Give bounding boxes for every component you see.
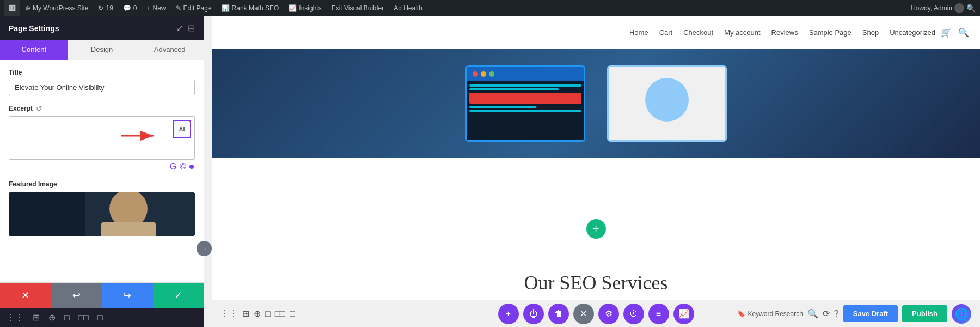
save-draft-button[interactable]: Save Draft: [843, 305, 898, 322]
admin-bar-updates[interactable]: ↻ 19: [94, 0, 117, 16]
columns-icon[interactable]: ⊟: [188, 23, 195, 33]
seo-heading: Our SEO Services: [524, 271, 668, 294]
nav-sample-page[interactable]: Sample Page: [809, 28, 852, 37]
excerpt-tools: G ©: [9, 160, 195, 172]
site-name-icon: ⊕: [25, 4, 30, 12]
admin-bar-site-name[interactable]: ⊕ My WordPress Site: [21, 0, 93, 16]
title-input[interactable]: [9, 80, 195, 95]
excerpt-field-section: Excerpt ↺ AI: [9, 104, 195, 172]
refresh-icon[interactable]: ⟳: [823, 308, 830, 319]
grid-view-icon[interactable]: ⊞: [242, 308, 249, 319]
hero-screen-left: [465, 65, 585, 142]
ai-button[interactable]: AI: [173, 120, 191, 138]
delete-button[interactable]: 🗑: [548, 304, 569, 324]
comments-icon: 💬: [123, 4, 131, 12]
add-block-button[interactable]: +: [586, 219, 606, 239]
title-field-section: Title: [9, 69, 195, 95]
sidebar-tabs: Content Design Advanced: [0, 40, 204, 60]
svg-point-7: [481, 71, 486, 77]
tablet-icon[interactable]: □□: [78, 313, 89, 323]
sidebar-drag-handle[interactable]: ↔: [197, 241, 212, 256]
desktop-icon[interactable]: □: [64, 313, 70, 323]
excerpt-reset-icon[interactable]: ↺: [36, 104, 42, 113]
adjust-button[interactable]: ≡: [648, 304, 669, 324]
confirm-button[interactable]: ✓: [153, 283, 204, 308]
keyword-research-panel: 🔖 Keyword Research: [737, 310, 803, 318]
hero-screen-header: [467, 67, 584, 81]
nav-uncategorized[interactable]: Uncategorized: [890, 28, 935, 37]
excerpt-box[interactable]: AI: [9, 116, 195, 160]
publish-button[interactable]: Publish: [902, 305, 947, 322]
sidebar-bottom-toolbar: ✕ ↩ ↪ ✓: [0, 282, 204, 308]
power-button[interactable]: ⏻: [523, 304, 544, 324]
browser-dots: [471, 70, 504, 78]
admin-search-icon[interactable]: 🔍: [966, 4, 976, 13]
admin-bar-new[interactable]: + New: [143, 0, 170, 16]
admin-bar-edit-page[interactable]: ✎ Edit Page: [171, 0, 216, 16]
hamburger-icon[interactable]: ⋮⋮: [220, 308, 238, 319]
settings-button[interactable]: ⚙: [598, 304, 619, 324]
keyword-research-label: Keyword Research: [748, 310, 803, 318]
svg-point-8: [489, 71, 494, 77]
hero-circle: [645, 78, 689, 122]
undo-button[interactable]: ↩: [51, 283, 102, 308]
nav-my-account[interactable]: My account: [724, 28, 760, 37]
site-nav: Home Cart Checkout My account Reviews Sa…: [212, 16, 980, 49]
edit-icon: ✎: [176, 4, 181, 12]
history-button[interactable]: ⏱: [623, 304, 644, 324]
add-element-button[interactable]: +: [498, 304, 519, 324]
hero-screen-right: [607, 65, 727, 142]
help-icon[interactable]: ?: [834, 309, 839, 319]
grid-icon[interactable]: ⊞: [33, 312, 40, 323]
featured-image-preview[interactable]: [9, 192, 195, 236]
analytics-button[interactable]: 📈: [673, 304, 694, 324]
sidebar-content: Title Excerpt ↺: [0, 60, 204, 282]
featured-image-svg: [9, 192, 195, 236]
admin-bar-rank-math[interactable]: 📊 Rank Math SEO: [217, 0, 284, 16]
page-tools-bar: ⋮⋮ ⊞ ⊕ □ □□ □: [0, 308, 204, 327]
red-bar: [469, 93, 581, 104]
mobile-view-icon[interactable]: □: [290, 309, 295, 319]
featured-image-section: Featured Image: [9, 180, 195, 236]
search-icon[interactable]: 🔍: [958, 27, 969, 38]
cancel-button[interactable]: ✕: [0, 283, 51, 308]
desktop-view-icon[interactable]: □: [265, 309, 271, 319]
nav-reviews[interactable]: Reviews: [771, 28, 798, 37]
nav-cart[interactable]: Cart: [659, 28, 673, 37]
nav-checkout[interactable]: Checkout: [683, 28, 713, 37]
tab-content[interactable]: Content: [0, 40, 68, 60]
grammarly-icon[interactable]: G: [170, 162, 176, 172]
mobile-icon[interactable]: □: [97, 313, 103, 323]
hero-section: [212, 49, 980, 158]
grammar-check-icon[interactable]: ©: [180, 162, 186, 172]
magnify-icon[interactable]: 🔍: [807, 308, 818, 319]
redo-button[interactable]: ↪: [102, 283, 153, 308]
code-line-4: [469, 110, 581, 112]
admin-bar-insights[interactable]: 📈 Insights: [284, 0, 326, 16]
ai-globe-icon[interactable]: 🌐: [952, 304, 971, 324]
tablet-view-icon[interactable]: □□: [275, 309, 285, 319]
wp-logo[interactable]: 🆆: [4, 0, 20, 16]
close-button[interactable]: ✕: [573, 304, 594, 324]
editor-bottom-left: ⋮⋮ ⊞ ⊕ □ □□ □: [220, 308, 295, 319]
sidebar-title: Page Settings: [9, 24, 59, 33]
tab-design[interactable]: Design: [68, 40, 136, 60]
admin-bar-comments[interactable]: 💬 0: [119, 0, 142, 16]
admin-bar: 🆆 ⊕ My WordPress Site ↻ 19 💬 0 + New ✎ E…: [0, 0, 980, 16]
cart-icon[interactable]: 🛒: [941, 27, 952, 38]
tab-advanced[interactable]: Advanced: [136, 40, 204, 60]
editor-bottom-center: + ⏻ 🗑 ✕ ⚙ ⏱ ≡ 📈: [498, 304, 694, 324]
red-arrow-indicator: [121, 125, 164, 147]
featured-image-label: Featured Image: [9, 180, 195, 188]
code-line-1: [469, 84, 581, 87]
nav-home[interactable]: Home: [629, 28, 648, 37]
nav-shop[interactable]: Shop: [862, 28, 879, 37]
admin-bar-right: Howdy, Admin 🔍: [911, 3, 976, 13]
expand-icon[interactable]: ⤢: [176, 23, 183, 33]
drag-handle-icon[interactable]: ⋮⋮: [7, 312, 24, 323]
admin-bar-exit-builder[interactable]: Exit Visual Builder: [327, 0, 389, 16]
admin-bar-ad-health[interactable]: Ad Health: [389, 0, 427, 16]
excerpt-dot: [189, 165, 194, 169]
search-icon-bar[interactable]: ⊕: [254, 308, 261, 319]
add-icon[interactable]: ⊕: [48, 312, 56, 323]
